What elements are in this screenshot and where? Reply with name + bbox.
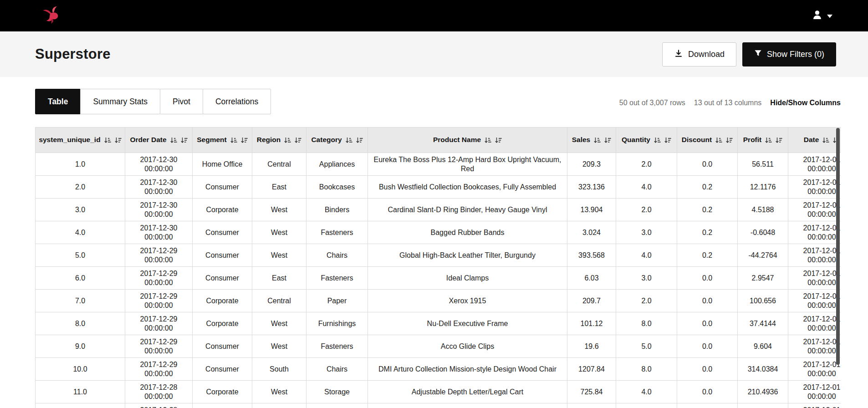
table-cell: Fasteners (306, 267, 368, 290)
table-cell: Xerox 1915 (368, 290, 567, 312)
column-label: Profit (743, 136, 761, 144)
table-cell: 13.904 (567, 199, 616, 221)
table-cell: 2017-12-28 00:00:00 (125, 381, 193, 403)
table-cell: West (252, 221, 306, 244)
filter-funnel-icon (754, 49, 762, 59)
table-cell: 0.0 (677, 381, 738, 403)
table-cell: 0.0 (677, 153, 738, 176)
column-label: Region (257, 136, 281, 144)
table-cell: Chairs (306, 358, 368, 381)
table-cell: 6.0 (36, 267, 125, 290)
table-cell: Bush Westfield Collection Bookcases, Ful… (368, 176, 567, 199)
table-cell: 3.024 (567, 221, 616, 244)
sort-desc-icon[interactable] (240, 137, 248, 144)
vertical-scrollbar[interactable] (836, 127, 840, 408)
table-cell: 3.0 (36, 199, 125, 221)
column-header-date: Date (788, 128, 841, 153)
tab-table[interactable]: Table (35, 89, 81, 114)
tabs: TableSummary StatsPivotCorrelations (35, 89, 271, 114)
show-filters-button[interactable]: Show Filters (0) (742, 42, 836, 66)
column-header-segment: Segment (193, 128, 252, 153)
tab-summary-stats[interactable]: Summary Stats (80, 89, 160, 114)
sort-asc-icon[interactable] (715, 137, 722, 144)
table-cell: 5.0 (36, 244, 125, 267)
sort-asc-icon[interactable] (765, 137, 772, 144)
table-cell: 2017-12-30 00:00:00 (125, 199, 193, 221)
sort-asc-icon[interactable] (104, 137, 111, 144)
hide-show-columns-link[interactable]: Hide/Show Columns (770, 99, 841, 107)
column-header-order-date: Order Date (125, 128, 193, 153)
hummingbird-icon (42, 6, 63, 26)
column-header-profit: Profit (738, 128, 788, 153)
table-cell: 2.9547 (738, 267, 788, 290)
table-cell: Central (252, 290, 306, 312)
column-label: Segment (197, 136, 226, 144)
table-cell: 2017-12-01 00:00:00 (788, 290, 841, 312)
table-cell: Corporate (193, 381, 252, 403)
table-cell: 210.4936 (738, 381, 788, 403)
sort-desc-icon[interactable] (356, 137, 363, 144)
column-header-discount: Discount (677, 128, 738, 153)
table-cell: Central (252, 153, 306, 176)
table-cell: 2017-12-01 00:00:00 (788, 267, 841, 290)
table-cell: 2017-12-01 00:00:00 (788, 358, 841, 381)
table-cell: 72.45 (567, 403, 616, 408)
table-cell: 2.0 (36, 176, 125, 199)
column-label: Quantity (622, 136, 650, 144)
table-cell: 2017-12-29 00:00:00 (125, 290, 193, 312)
sort-asc-icon[interactable] (822, 137, 829, 144)
table-cell: 2.0 (616, 153, 677, 176)
show-filters-label: Show Filters (0) (767, 50, 824, 59)
tab-correlations[interactable]: Correlations (203, 89, 271, 114)
sort-asc-icon[interactable] (654, 137, 661, 144)
table-cell: Chairs (306, 244, 368, 267)
table-cell: Fasteners (306, 335, 368, 358)
table-cell: 2017-12-01 00:00:00 (788, 176, 841, 199)
tab-pivot[interactable]: Pivot (160, 89, 203, 114)
sort-asc-icon[interactable] (230, 137, 237, 144)
table-cell: Storage (306, 381, 368, 403)
sort-desc-icon[interactable] (495, 137, 502, 144)
sort-desc-icon[interactable] (294, 137, 301, 144)
table-row: 1.02017-12-30 00:00:00Home OfficeCentral… (36, 153, 841, 176)
table-cell: DMI Arturo Collection Mission-style Desi… (368, 358, 567, 381)
app-logo[interactable] (42, 6, 63, 26)
header-actions: Download Show Filters (0) (662, 42, 836, 66)
sort-desc-icon[interactable] (725, 137, 733, 144)
table-row: 2.02017-12-30 00:00:00ConsumerEastBookca… (36, 176, 841, 199)
sort-asc-icon[interactable] (345, 137, 352, 144)
sort-asc-icon[interactable] (593, 137, 601, 144)
table-cell: Bookcases (306, 176, 368, 199)
sort-asc-icon[interactable] (284, 137, 291, 144)
table-cell: 8.0 (616, 358, 677, 381)
table-cell: 2017-12-01 00:00:00 (788, 381, 841, 403)
table-cell: West (252, 199, 306, 221)
table-cell: 2017-12-29 00:00:00 (125, 358, 193, 381)
table-cell: East (252, 403, 306, 408)
table-cell: 37.4144 (738, 312, 788, 335)
table-cell: West (252, 335, 306, 358)
sort-desc-icon[interactable] (604, 137, 611, 144)
sort-desc-icon[interactable] (180, 137, 188, 144)
sort-asc-icon[interactable] (484, 137, 491, 144)
user-menu[interactable] (812, 10, 832, 21)
column-header-category: Category (306, 128, 368, 153)
sort-desc-icon[interactable] (114, 137, 122, 144)
table-cell: 7.0 (36, 290, 125, 312)
table-cell: 0.0 (677, 312, 738, 335)
table-cell: 2017-12-01 00:00:00 (788, 335, 841, 358)
sort-desc-icon[interactable] (775, 137, 782, 144)
table-cell: -0.6048 (738, 221, 788, 244)
download-button[interactable]: Download (662, 42, 736, 66)
table-cell: Fasteners (306, 221, 368, 244)
table-cell: Consumer (193, 244, 252, 267)
scrollbar-thumb[interactable] (836, 128, 840, 365)
table-row: 12.02017-12-28 00:00:00ConsumerEastLabel… (36, 403, 841, 408)
sort-asc-icon[interactable] (170, 137, 177, 144)
table-cell: 4.0 (616, 176, 677, 199)
sort-desc-icon[interactable] (664, 137, 671, 144)
table-cell: Bagged Rubber Bands (368, 221, 567, 244)
table-row: 3.02017-12-30 00:00:00CorporateWestBinde… (36, 199, 841, 221)
table-cell: 8.0 (616, 312, 677, 335)
table-cell: Corporate (193, 312, 252, 335)
